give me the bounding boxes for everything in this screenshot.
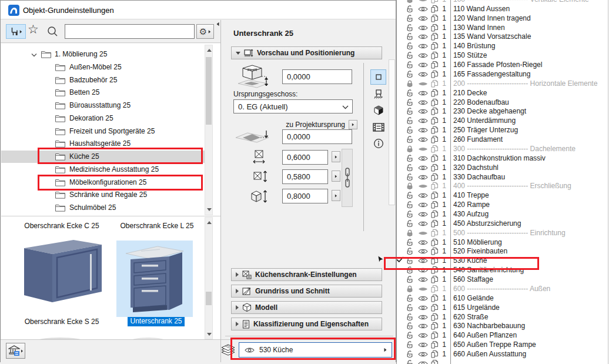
pages-icon[interactable] — [430, 126, 439, 134]
dim-depth-options-button[interactable] — [332, 171, 340, 182]
pages-icon[interactable] — [430, 135, 439, 143]
pages-icon[interactable] — [430, 154, 439, 162]
tree-item[interactable]: Dekoration 25 — [1, 112, 205, 125]
pages-icon[interactable] — [430, 42, 439, 50]
layer-row[interactable]: 1250 Träger Unterzug — [397, 125, 608, 135]
layer-row[interactable]: 1210 Decke — [397, 88, 608, 98]
pages-icon[interactable] — [430, 229, 439, 237]
eye-open-icon[interactable] — [418, 25, 428, 31]
layer-row[interactable]: 1600 -------------------------- Außen — [397, 284, 608, 293]
tree-item[interactable]: Schulmöbel 25 — [1, 202, 205, 214]
lock-open-icon[interactable] — [406, 89, 414, 98]
pages-icon[interactable] — [430, 173, 439, 181]
layer-row[interactable]: 1110 Wand Aussen — [397, 4, 608, 14]
tree-item[interactable]: Freizeit und Sportgeräte 25 — [1, 125, 205, 138]
layer-row[interactable]: 1450 Absturzsicherung — [397, 219, 608, 228]
pages-icon[interactable] — [430, 256, 439, 265]
layer-row[interactable]: 1660 Außen Ausstattung — [397, 349, 608, 359]
preview-item-label-selected[interactable]: Unterschrank 25 — [128, 317, 185, 326]
eye-open-icon[interactable] — [418, 305, 428, 311]
tree-scrollbar[interactable] — [205, 45, 213, 215]
eye-closed-icon[interactable] — [418, 146, 428, 152]
eye-open-icon[interactable] — [418, 295, 428, 302]
cabinet-corner-thumbnail[interactable] — [16, 233, 105, 305]
lock-open-icon[interactable] — [406, 51, 414, 60]
dialog-titlebar[interactable]: Objekt-Grundeinstellungen — [1, 1, 396, 19]
dim-height-field[interactable]: 0,8000 — [282, 189, 328, 203]
lock-open-icon[interactable] — [406, 350, 414, 359]
layer-row[interactable]: 1160 Fassade Pfosten-Riegel — [397, 60, 608, 69]
scroll-down-icon[interactable] — [207, 333, 212, 336]
layer-row[interactable]: 1400 -------------------------- Erschlie… — [397, 181, 608, 191]
pages-icon[interactable] — [430, 350, 439, 358]
collapse-panel-icon[interactable] — [217, 22, 219, 26]
pages-icon[interactable] — [430, 238, 439, 246]
pages-icon[interactable] — [430, 116, 439, 125]
tree-item[interactable]: Küche 25 — [1, 151, 205, 163]
layer-row[interactable]: 1560 Staffage — [397, 275, 608, 284]
dim-height-options-button[interactable] — [332, 190, 340, 201]
lock-open-icon[interactable] — [406, 32, 414, 41]
lock-open-icon[interactable] — [406, 126, 414, 135]
search-input[interactable] — [65, 24, 195, 39]
pages-icon[interactable] — [430, 219, 439, 228]
lock-closed-icon[interactable] — [406, 182, 414, 191]
3d-cube-button[interactable] — [370, 103, 386, 118]
chevron-down-icon[interactable] — [31, 53, 37, 57]
eye-open-icon[interactable] — [418, 174, 428, 181]
chain-link-icon[interactable] — [344, 167, 351, 188]
section-plan-section[interactable]: Grundriss und Schnitt — [231, 285, 382, 298]
eye-open-icon[interactable] — [418, 90, 428, 96]
layer-row[interactable]: 1150 Stütze — [397, 51, 608, 60]
eye-open-icon[interactable] — [418, 314, 428, 320]
eye-open-icon[interactable] — [418, 360, 428, 364]
eye-open-icon[interactable] — [418, 43, 428, 49]
lock-open-icon[interactable] — [406, 201, 414, 209]
eye-open-icon[interactable] — [418, 248, 428, 255]
pages-icon[interactable] — [430, 340, 439, 349]
preview-item-label[interactable]: Oberschrank Ecke S 25 — [18, 318, 106, 326]
layer-row[interactable]: 1500 -------------------------- Einricht… — [397, 228, 608, 238]
eye-closed-icon[interactable] — [418, 0, 428, 3]
lock-open-icon[interactable] — [406, 303, 414, 312]
home-story-select[interactable]: 0. EG (Aktuell) — [233, 99, 353, 113]
eye-open-icon[interactable] — [418, 192, 428, 199]
lock-open-icon[interactable] — [406, 191, 414, 200]
pages-icon[interactable] — [430, 285, 439, 293]
lock-open-icon[interactable] — [406, 359, 414, 364]
eye-open-icon[interactable] — [418, 267, 428, 273]
section-kitchen-settings[interactable]: Küchenschrank-Einstellungen — [231, 268, 382, 281]
dim-width-field[interactable]: 0,6000 — [282, 150, 328, 165]
eye-open-icon[interactable] — [418, 258, 428, 264]
section-preview-positioning[interactable]: Vorschau und Positionierung — [231, 46, 382, 59]
eye-open-icon[interactable] — [418, 202, 428, 208]
preview-scrollbar-thumb[interactable] — [206, 292, 212, 305]
pages-icon[interactable] — [430, 275, 439, 283]
layer-row[interactable] — [397, 359, 608, 364]
lock-open-icon[interactable] — [406, 294, 414, 303]
tree-scrollbar-thumb[interactable] — [206, 57, 212, 125]
scroll-up-icon[interactable] — [207, 221, 212, 224]
scroll-up-icon[interactable] — [207, 49, 212, 52]
eye-open-icon[interactable] — [418, 6, 428, 12]
lock-open-icon[interactable] — [406, 14, 414, 23]
tree-item[interactable]: Haushaltsgeräte 25 — [1, 138, 205, 150]
eye-closed-icon[interactable] — [418, 286, 428, 292]
search-icon[interactable] — [47, 26, 58, 37]
lock-open-icon[interactable] — [406, 256, 414, 265]
eye-open-icon[interactable] — [418, 118, 428, 124]
pages-icon[interactable] — [430, 98, 439, 106]
eye-open-icon[interactable] — [418, 52, 428, 59]
pages-icon[interactable] — [430, 32, 439, 41]
origin-options-button[interactable] — [349, 120, 357, 129]
pages-icon[interactable] — [430, 61, 439, 69]
lock-closed-icon[interactable] — [406, 79, 414, 88]
pages-icon[interactable] — [430, 359, 439, 364]
layers-stack-icon[interactable] — [220, 343, 236, 356]
settings-gear-button[interactable]: ⚙ — [196, 24, 214, 39]
eye-open-icon[interactable] — [418, 221, 428, 227]
elevation-bottom-field[interactable]: 0,0000 — [282, 129, 352, 144]
layer-row[interactable]: 1540 Sanitäreinrichtung — [397, 265, 608, 275]
pages-icon[interactable] — [430, 313, 439, 321]
lock-open-icon[interactable] — [406, 70, 414, 79]
